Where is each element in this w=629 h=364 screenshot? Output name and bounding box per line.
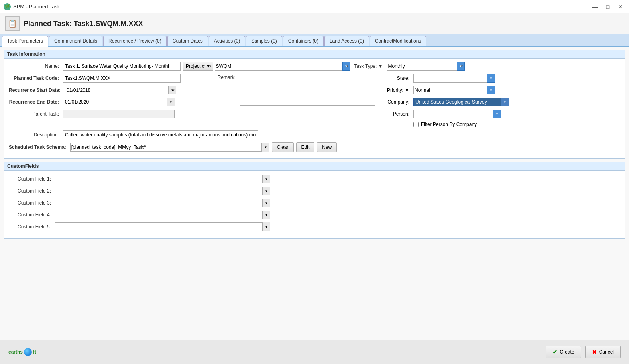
cf1-dropdown-btn[interactable]: ▼ — [262, 175, 270, 183]
tab-commitment-details[interactable]: Commitment Details — [49, 36, 102, 46]
state-wrapper: ▼ — [413, 74, 495, 83]
clear-button[interactable]: Clear — [272, 142, 294, 152]
minimize-button[interactable]: — — [590, 3, 600, 11]
cf1-select[interactable] — [55, 175, 270, 183]
page-title: Planned Task: Task1.SWQM.M.XXX — [24, 20, 143, 28]
filter-person-label: Filter Person By Company — [421, 122, 477, 127]
priority-row: Priority: ▼ Normal ▼ — [383, 86, 511, 94]
task-type-label: Task Type: ▼ — [353, 63, 385, 69]
person-row: Person: ▼ — [383, 110, 511, 118]
tab-task-parameters[interactable]: Task Parameters — [2, 36, 48, 47]
planned-task-code-input[interactable] — [63, 74, 181, 83]
window-title: SPM - Planned Task — [13, 4, 60, 10]
person-select[interactable] — [413, 110, 501, 118]
cf2-select[interactable] — [55, 187, 270, 195]
task-type-wrapper: Monthly ▼ — [387, 62, 465, 71]
footer-buttons: ✔ Create ✖ Cancel — [546, 346, 621, 358]
project-dropdown-btn[interactable]: ▼ — [342, 62, 350, 71]
cf2-dropdown-btn[interactable]: ▼ — [262, 187, 270, 195]
cf5-select[interactable] — [55, 222, 270, 231]
state-select[interactable] — [413, 74, 495, 83]
filter-person-row: Filter Person By Company — [413, 122, 511, 127]
brand-logo: earthsft — [8, 348, 36, 356]
remark-section: Remark: — [185, 74, 375, 106]
name-label: Name: — [9, 63, 61, 69]
maximize-button[interactable]: □ — [603, 3, 613, 11]
recurrence-end-dropdown-btn[interactable]: ▼ — [167, 98, 175, 106]
tab-recurrence-preview[interactable]: Recurrence / Preview (0) — [103, 36, 167, 46]
new-button[interactable]: New — [317, 142, 337, 152]
create-button[interactable]: ✔ Create — [546, 346, 581, 358]
recurrence-end-wrapper: ▼ — [63, 98, 175, 106]
cf1-wrapper: ▼ — [55, 175, 270, 183]
logo-text-2: ft — [33, 349, 36, 355]
state-row: State: ▼ — [383, 74, 511, 83]
priority-dropdown-btn[interactable]: ▼ — [487, 86, 495, 94]
project-value-wrapper: SWQM ▼ — [215, 62, 350, 71]
cf-row-3: Custom Field 3: ▼ — [9, 199, 620, 207]
description-input[interactable] — [63, 130, 258, 139]
task-type-select[interactable]: Monthly — [387, 62, 465, 71]
person-label: Person: — [383, 111, 411, 117]
tab-contract-modifications[interactable]: ContractModifications — [370, 36, 426, 46]
custom-fields-header: CustomFields — [4, 162, 625, 171]
priority-wrapper: Normal ▼ — [413, 86, 495, 94]
tab-land-access[interactable]: Land Access (0) — [324, 36, 369, 46]
recurrence-start-row: Recurrence Start Date: ▼ — [9, 86, 181, 94]
cf3-wrapper: ▼ — [55, 199, 270, 207]
cf-label-4: Custom Field 4: — [9, 212, 53, 218]
filter-person-checkbox[interactable] — [413, 122, 419, 127]
cf4-wrapper: ▼ — [55, 211, 270, 219]
tab-custom-dates[interactable]: Custom Dates — [167, 36, 208, 46]
recurrence-end-input[interactable] — [63, 98, 175, 106]
project-row: Project # ▼ SWQM ▼ — [183, 62, 350, 71]
edit-button[interactable]: Edit — [296, 142, 315, 152]
recurrence-start-dropdown-btn[interactable]: ▼ — [168, 86, 176, 94]
company-wrapper: United States Geoglogical Survey ▼ — [413, 98, 509, 106]
cf4-select[interactable] — [55, 211, 270, 219]
project-label-btn[interactable]: Project # ▼ — [183, 62, 213, 71]
parent-task-label: Parent Task: — [9, 111, 61, 117]
cancel-icon: ✖ — [592, 349, 597, 355]
cf4-dropdown-btn[interactable]: ▼ — [262, 211, 270, 219]
state-label: State: — [383, 75, 411, 81]
company-dropdown-btn[interactable]: ▼ — [501, 98, 509, 106]
row-name: Name: Project # ▼ SWQM ▼ Task T — [9, 62, 620, 71]
tab-activities[interactable]: Activities (0) — [209, 36, 245, 46]
logo-globe — [24, 348, 32, 356]
cf-label-5: Custom Field 5: — [9, 224, 53, 230]
remark-textarea[interactable] — [240, 74, 375, 106]
scheduled-schema-dropdown-btn[interactable]: ▼ — [261, 143, 269, 152]
tab-containers[interactable]: Containers (0) — [283, 36, 324, 46]
remark-row: Remark: — [185, 74, 375, 106]
cf3-dropdown-btn[interactable]: ▼ — [262, 199, 270, 207]
main-window: 🌿 SPM - Planned Task — □ ✕ 📋 Planned Tas… — [0, 0, 629, 364]
row-planned-code: Planned Task Code: Recurrence Start Date… — [9, 74, 620, 127]
scheduled-schema-label: Scheduled Task Schema: — [9, 144, 68, 150]
scheduled-schema-select[interactable]: [planned_task_code]_MMyy_Task# — [70, 143, 269, 152]
cf3-select[interactable] — [55, 199, 270, 207]
name-input[interactable] — [63, 62, 181, 71]
tab-samples[interactable]: Samples (0) — [246, 36, 282, 46]
task-information-section: Task Information Name: Project # ▼ SWQM — [4, 50, 625, 159]
project-select-wrapper: Project # ▼ — [183, 62, 213, 71]
main-content: Task Information Name: Project # ▼ SWQM — [0, 47, 629, 340]
task-type-dropdown-btn[interactable]: ▼ — [457, 62, 465, 71]
recurrence-start-input[interactable] — [65, 86, 176, 94]
cancel-button[interactable]: ✖ Cancel — [585, 346, 621, 358]
state-dropdown-btn[interactable]: ▼ — [487, 74, 495, 83]
custom-fields-form: Custom Field 1: ▼ Custom Field 2: ▼ Cust… — [4, 171, 625, 238]
create-icon: ✔ — [552, 348, 558, 356]
priority-label: Priority: ▼ — [383, 87, 411, 93]
logo-text-1: earths — [8, 349, 23, 355]
project-select[interactable]: SWQM — [215, 62, 350, 71]
person-wrapper: ▼ — [413, 110, 501, 118]
priority-select[interactable]: Normal — [413, 86, 495, 94]
cf-label-1: Custom Field 1: — [9, 176, 53, 182]
person-dropdown-btn[interactable]: ▼ — [493, 110, 501, 118]
close-button[interactable]: ✕ — [616, 3, 625, 11]
cf5-dropdown-btn[interactable]: ▼ — [262, 222, 270, 231]
cf-row-2: Custom Field 2: ▼ — [9, 187, 620, 195]
parent-task-row: Parent Task: — [9, 110, 181, 118]
parent-task-input[interactable] — [63, 110, 175, 118]
